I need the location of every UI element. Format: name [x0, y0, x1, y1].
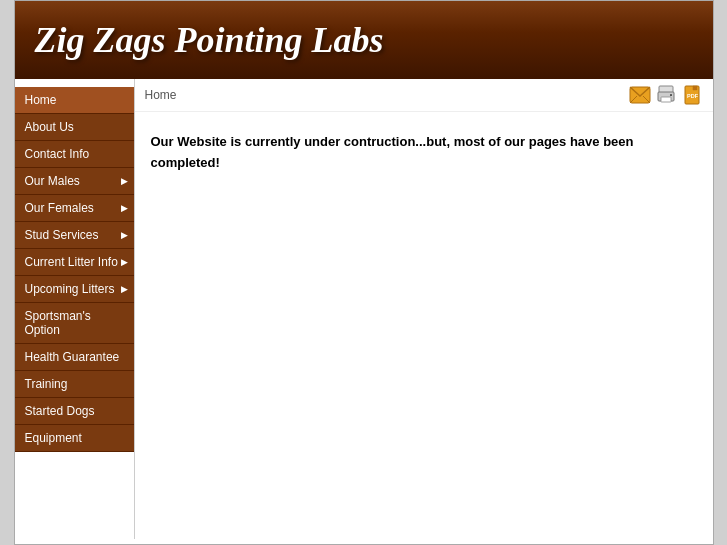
- toolbar-icons: PDF: [629, 85, 703, 105]
- site-title: Zig Zags Pointing Labs: [35, 19, 693, 61]
- email-icon-button[interactable]: [629, 85, 651, 105]
- page-wrapper: Zig Zags Pointing Labs HomeAbout UsConta…: [14, 0, 714, 545]
- sidebar-item-contact-info[interactable]: Contact Info: [15, 141, 134, 168]
- sidebar-item-our-males[interactable]: Our Males: [15, 168, 134, 195]
- sidebar-item-home[interactable]: Home: [15, 87, 134, 114]
- sidebar: HomeAbout UsContact InfoOur MalesOur Fem…: [15, 79, 135, 539]
- sidebar-item-equipment[interactable]: Equipment: [15, 425, 134, 452]
- sidebar-item-current-litter-info[interactable]: Current Litter Info: [15, 249, 134, 276]
- email-icon: [629, 86, 651, 104]
- site-header: Zig Zags Pointing Labs: [15, 1, 713, 79]
- sidebar-item-training[interactable]: Training: [15, 371, 134, 398]
- content-area: HomeAbout UsContact InfoOur MalesOur Fem…: [15, 79, 713, 539]
- sidebar-item-health-guarantee[interactable]: Health Guarantee: [15, 344, 134, 371]
- sidebar-item-started-dogs[interactable]: Started Dogs: [15, 398, 134, 425]
- breadcrumb-bar: Home: [135, 79, 713, 112]
- sidebar-item-about-us[interactable]: About Us: [15, 114, 134, 141]
- page-body: Our Website is currently under contructi…: [135, 112, 713, 194]
- breadcrumb: Home: [145, 88, 177, 102]
- sidebar-item-stud-services[interactable]: Stud Services: [15, 222, 134, 249]
- svg-rect-6: [670, 94, 672, 96]
- pdf-icon: PDF: [682, 85, 702, 105]
- svg-text:PDF: PDF: [687, 93, 699, 99]
- sidebar-item-upcoming-litters[interactable]: Upcoming Litters: [15, 276, 134, 303]
- svg-rect-5: [661, 97, 671, 102]
- print-icon-button[interactable]: [655, 85, 677, 105]
- print-icon: [656, 85, 676, 105]
- sidebar-item-sportsman-s-option[interactable]: Sportsman's Option: [15, 303, 134, 344]
- sidebar-item-our-females[interactable]: Our Females: [15, 195, 134, 222]
- pdf-icon-button[interactable]: PDF: [681, 85, 703, 105]
- main-content: Home: [135, 79, 713, 539]
- construction-message: Our Website is currently under contructi…: [151, 132, 697, 174]
